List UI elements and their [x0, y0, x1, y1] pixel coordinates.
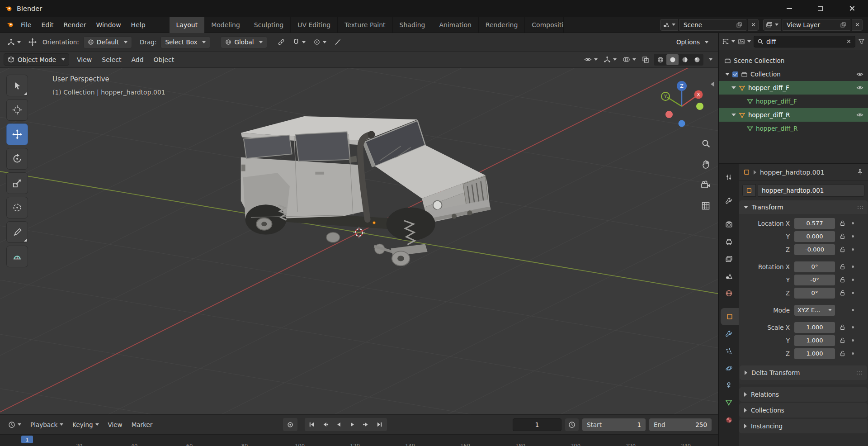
- play-reverse-button[interactable]: [332, 418, 346, 431]
- shading-wireframe-button[interactable]: [654, 54, 666, 65]
- jump-to-start-button[interactable]: [305, 418, 319, 431]
- menu-edit[interactable]: Edit: [36, 17, 58, 33]
- tab-compositing[interactable]: Compositing: [525, 17, 564, 33]
- lock-open-icon[interactable]: [839, 337, 846, 344]
- menu-render[interactable]: Render: [59, 17, 91, 33]
- remove-view-layer-button[interactable]: [852, 19, 863, 31]
- tab-animation[interactable]: Animation: [432, 17, 478, 33]
- shading-material-button[interactable]: [679, 54, 691, 65]
- location-x-input[interactable]: 0.577: [794, 218, 835, 229]
- filter-funnel-icon[interactable]: [858, 38, 865, 45]
- zoom-button[interactable]: [699, 137, 712, 150]
- tool-move[interactable]: [6, 123, 28, 145]
- tab-shading[interactable]: Shading: [393, 17, 433, 33]
- rotation-x-input[interactable]: 0°: [794, 261, 835, 272]
- tool-transform[interactable]: [6, 197, 28, 218]
- unlink-scene-button[interactable]: [748, 19, 759, 31]
- tab-object[interactable]: [721, 308, 739, 325]
- ortho-toggle-button[interactable]: [699, 199, 712, 213]
- tab-render[interactable]: [719, 216, 739, 233]
- disclosure-triangle-icon[interactable]: [731, 86, 736, 89]
- lock-open-icon[interactable]: [839, 289, 846, 296]
- tab-physics[interactable]: [719, 360, 739, 377]
- animate-dot-icon[interactable]: [852, 235, 854, 237]
- disclosure-triangle-icon[interactable]: [731, 114, 736, 116]
- clear-search-icon[interactable]: [846, 38, 852, 44]
- active-tool-icon-button[interactable]: [27, 36, 38, 48]
- region-collapse-arrow[interactable]: [711, 81, 714, 87]
- lock-open-icon[interactable]: [839, 276, 846, 283]
- location-y-input[interactable]: 0.000: [794, 231, 835, 242]
- minimize-button[interactable]: [774, 0, 805, 17]
- panel-delta-transform[interactable]: Delta Transform: [740, 365, 867, 380]
- blender-menu-icon[interactable]: [6, 21, 14, 28]
- lock-open-icon[interactable]: [839, 246, 846, 253]
- outliner-row-hopper-diff-f[interactable]: hopper_diff_F: [719, 81, 868, 95]
- timeline-menu-playback[interactable]: Playback: [26, 421, 68, 428]
- transform-panel-header[interactable]: Transform: [739, 200, 868, 214]
- viewport-3d[interactable]: User Perspective (1) Collection | hopper…: [0, 68, 718, 414]
- eye-icon[interactable]: [856, 71, 863, 78]
- rotation-y-input[interactable]: -0°: [794, 275, 835, 285]
- prev-keyframe-button[interactable]: [319, 418, 332, 431]
- animate-dot-icon[interactable]: [852, 266, 854, 268]
- menu-window[interactable]: Window: [91, 17, 126, 33]
- animate-dot-icon[interactable]: [852, 248, 854, 251]
- tab-output[interactable]: [719, 233, 739, 250]
- shading-options-chevron-icon[interactable]: [709, 58, 712, 61]
- playhead[interactable]: 1: [21, 436, 33, 443]
- viewport-menu-add[interactable]: Add: [126, 52, 148, 68]
- tab-rendering[interactable]: Rendering: [479, 17, 525, 33]
- panel-grip-icon[interactable]: [857, 371, 862, 375]
- animate-dot-icon[interactable]: [852, 222, 854, 224]
- proportional-edit-button[interactable]: [311, 36, 328, 48]
- xray-toggle[interactable]: [641, 54, 651, 66]
- timeline-menu-marker[interactable]: Marker: [127, 421, 157, 428]
- outliner-row-hopper-diff-r[interactable]: hopper_diff_R: [719, 108, 868, 122]
- tab-uv-editing[interactable]: UV Editing: [291, 17, 338, 33]
- drag-dropdown[interactable]: Select Box: [160, 36, 210, 48]
- gizmos-dropdown[interactable]: [602, 54, 618, 66]
- lock-open-icon[interactable]: [839, 350, 846, 357]
- panel-instancing[interactable]: Instancing: [739, 419, 868, 433]
- scene-name-field[interactable]: Scene: [679, 19, 746, 31]
- jump-to-end-button[interactable]: [373, 418, 387, 431]
- outliner-row-hopper-diff-r-data[interactable]: hopper_diff_R: [719, 122, 868, 135]
- timeline-editor-type-button[interactable]: [4, 421, 26, 428]
- browse-scene-button[interactable]: [660, 19, 678, 31]
- tab-material[interactable]: [719, 411, 739, 428]
- scale-z-input[interactable]: 1.000: [794, 348, 835, 359]
- properties-editor-type-button[interactable]: [719, 169, 739, 186]
- location-z-input[interactable]: -0.000: [794, 244, 835, 255]
- maximize-button[interactable]: [805, 0, 835, 17]
- browse-view-layer-button[interactable]: [763, 19, 781, 31]
- panel-relations[interactable]: Relations: [739, 387, 868, 402]
- animate-dot-icon[interactable]: [852, 292, 854, 294]
- pan-button[interactable]: [699, 157, 712, 171]
- outliner-row-collection[interactable]: Collection: [719, 67, 868, 81]
- new-scene-icon[interactable]: [736, 22, 742, 28]
- rotation-z-input[interactable]: 0°: [794, 288, 835, 299]
- panel-grip-icon[interactable]: [858, 206, 863, 209]
- tool-cursor-3d[interactable]: [6, 99, 28, 121]
- animate-dot-icon[interactable]: [852, 352, 854, 355]
- pin-icon[interactable]: [857, 169, 863, 176]
- shading-rendered-button[interactable]: [691, 54, 703, 65]
- transform-pivot-link-button[interactable]: [276, 36, 287, 48]
- tab-particles[interactable]: [719, 342, 739, 360]
- tool-settings-icon-button[interactable]: [5, 36, 23, 48]
- animate-dot-icon[interactable]: [852, 309, 854, 311]
- tab-texture-paint[interactable]: Texture Paint: [338, 17, 392, 33]
- scale-y-input[interactable]: 1.000: [794, 335, 835, 346]
- viewport-menu-view[interactable]: View: [72, 52, 97, 68]
- tab-constraints[interactable]: [719, 377, 739, 394]
- play-button[interactable]: [346, 418, 359, 431]
- object-visibility-dropdown[interactable]: [583, 54, 599, 66]
- outliner-row-hopper-diff-f-data[interactable]: hopper_diff_F: [719, 95, 868, 108]
- current-frame-field[interactable]: 1: [513, 418, 561, 431]
- viewport-menu-object[interactable]: Object: [149, 52, 179, 68]
- snap-toggle-button[interactable]: [291, 36, 307, 48]
- close-button[interactable]: [835, 0, 868, 17]
- tab-scene[interactable]: [719, 267, 739, 285]
- view-layer-name-field[interactable]: View Layer: [783, 19, 850, 31]
